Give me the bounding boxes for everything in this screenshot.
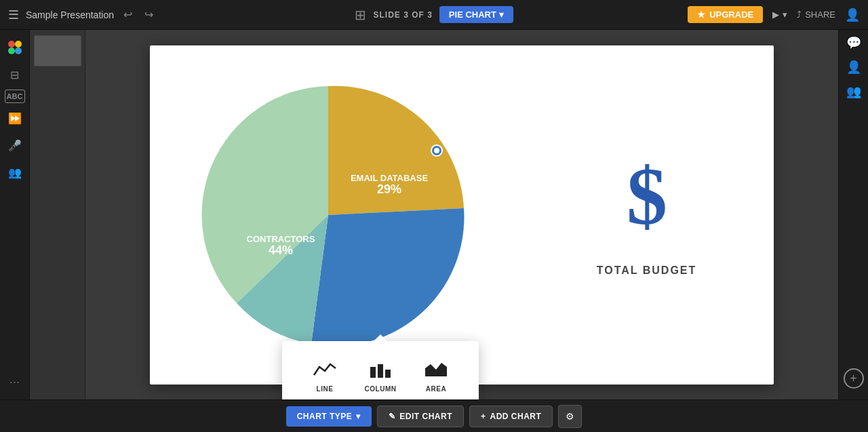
users-icon[interactable]: 👥 <box>846 84 861 99</box>
svg-rect-10 <box>370 367 376 378</box>
sidebar-icon-text[interactable]: ABC <box>5 90 25 103</box>
column-label: COLUMN <box>365 385 397 393</box>
add-circle-button[interactable]: + <box>844 368 864 389</box>
topbar-left: ☰ Sample Presentation ↩ ↪ <box>8 7 347 22</box>
svg-rect-12 <box>385 370 391 378</box>
hamburger-icon[interactable]: ☰ <box>8 7 19 22</box>
svg-text:44%: 44% <box>268 243 292 257</box>
edit-pencil-icon: ✎ <box>389 412 396 421</box>
slide-canvas: EMAIL DATABASE 29% CONTRACTORS 44% <box>150 45 774 385</box>
upgrade-button[interactable]: ★ UPGRADE <box>688 6 763 23</box>
redo-button[interactable]: ↪ <box>142 7 156 22</box>
sidebar-icon-user-add[interactable]: 👥 <box>3 160 27 184</box>
slide-info: SLIDE 3 OF 3 <box>373 10 432 20</box>
chart-type-arrow-icon: ▾ <box>356 412 361 421</box>
edit-chart-label: EDIT CHART <box>399 412 452 421</box>
svg-point-1 <box>15 41 22 47</box>
sidebar-icon-mic[interactable]: 🎤 <box>3 133 27 157</box>
gear-icon: ⚙ <box>566 411 574 422</box>
area-icon <box>424 360 448 382</box>
presentation-title: Sample Presentation <box>26 9 114 20</box>
slide-panel <box>30 30 85 399</box>
add-chart-label: ADD CHART <box>490 412 542 421</box>
svg-rect-11 <box>378 364 383 378</box>
svg-text:29%: 29% <box>376 182 401 196</box>
topbar-right: ★ UPGRADE ▶ ▾ ⤴ SHARE 👤 <box>521 6 860 23</box>
chart-type-area[interactable]: AREA <box>410 355 462 398</box>
area-label: AREA <box>426 385 446 393</box>
svg-text:$: $ <box>627 153 667 241</box>
svg-text:CONTRACTORS: CONTRACTORS <box>246 234 315 244</box>
slide-thumbnail[interactable] <box>34 35 81 66</box>
play-button[interactable]: ▶ ▾ <box>772 9 787 20</box>
main-area: ⊟ ABC ⏩ 🎤 👥 ··· <box>0 30 868 399</box>
svg-point-2 <box>8 47 15 54</box>
dropdown-arrow <box>374 334 387 341</box>
svg-text:EMAIL DATABASE: EMAIL DATABASE <box>350 173 427 183</box>
left-sidebar: ⊟ ABC ⏩ 🎤 👥 ··· <box>0 30 30 399</box>
line-label: LINE <box>317 385 334 393</box>
chart-right: $ TOTAL BUDGET <box>519 45 774 385</box>
right-sidebar: 💬 👤 👥 + <box>838 30 868 399</box>
grid-icon[interactable]: ⊞ <box>355 7 366 23</box>
undo-button[interactable]: ↩ <box>121 7 135 22</box>
chart-type-grid: LINE COLUMN <box>298 355 462 400</box>
play-dropdown-icon: ▾ <box>783 9 787 20</box>
svg-marker-13 <box>425 363 447 376</box>
svg-point-9 <box>434 148 439 153</box>
settings-button[interactable]: ⚙ <box>558 405 582 428</box>
sidebar-icon-more[interactable]: ··· <box>3 370 27 394</box>
star-icon: ★ <box>697 9 705 20</box>
sidebar-icon-color[interactable] <box>3 35 27 60</box>
add-chart-button[interactable]: + ADD CHART <box>469 406 553 427</box>
svg-point-0 <box>8 41 15 47</box>
add-chart-plus-icon: + <box>481 412 486 421</box>
edit-chart-button[interactable]: ✎ EDIT CHART <box>377 406 464 427</box>
sidebar-icon-layout[interactable]: ⊟ <box>3 62 27 87</box>
chart-type-line[interactable]: LINE <box>298 355 351 398</box>
share-button[interactable]: ⤴ SHARE <box>797 9 835 20</box>
canvas-area: EMAIL DATABASE 29% CONTRACTORS 44% <box>85 30 838 399</box>
chart-type-column[interactable]: COLUMN <box>354 355 407 398</box>
chart-type-label: CHART TYPE <box>297 412 353 421</box>
chat-icon[interactable]: 💬 <box>846 35 861 50</box>
dollar-icon: $ <box>606 153 688 251</box>
sidebar-icon-animation[interactable]: ⏩ <box>3 106 27 130</box>
chart-left[interactable]: EMAIL DATABASE 29% CONTRACTORS 44% <box>150 45 519 385</box>
line-icon <box>313 360 337 382</box>
chart-type-button[interactable]: CHART TYPE ▾ <box>286 406 372 427</box>
user-profile-icon[interactable]: 👤 <box>846 60 861 75</box>
chart-type-dropdown: LINE COLUMN <box>282 341 479 400</box>
total-budget-label: TOTAL BUDGET <box>597 264 697 277</box>
share-icon: ⤴ <box>797 9 802 20</box>
svg-point-3 <box>15 47 22 54</box>
play-icon: ▶ <box>772 9 779 20</box>
pie-chart-dropdown-button[interactable]: PIE CHART ▾ <box>439 6 513 23</box>
topbar-center: ⊞ SLIDE 3 OF 3 PIE CHART ▾ <box>355 6 513 23</box>
topbar: ☰ Sample Presentation ↩ ↪ ⊞ SLIDE 3 OF 3… <box>0 0 868 30</box>
bottom-bar: CHART TYPE ▾ ✎ EDIT CHART + ADD CHART ⚙ <box>0 399 868 432</box>
column-icon <box>368 360 393 382</box>
user-icon[interactable]: 👤 <box>845 7 860 22</box>
